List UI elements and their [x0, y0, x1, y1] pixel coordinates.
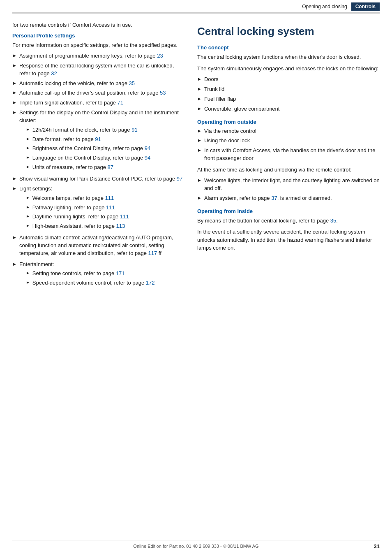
bullet-arrow: ► [12, 176, 17, 182]
list-item-text: Doors [204, 76, 380, 83]
nested-item-text: Date format, refer to page 91 [32, 136, 185, 144]
bullet-arrow: ► [12, 109, 17, 116]
nested-arrow: ► [26, 223, 30, 229]
page-link-71[interactable]: 71 [118, 100, 123, 106]
page-link-37[interactable]: 37 [271, 195, 277, 201]
nested-list-item: ► Pathway lighting, refer to page 111 [26, 204, 185, 212]
page-link-111b[interactable]: 111 [106, 204, 115, 211]
page-link-35[interactable]: 35 [129, 80, 135, 86]
nested-item-text: Brightness of the Control Display, refer… [32, 145, 185, 153]
operating-outside-heading: Operating from outside [197, 119, 380, 125]
list-item-entertainment: ► Entertainment: ► Setting tone controls… [12, 261, 185, 289]
nested-list-item: ► Date format, refer to page 91 [26, 136, 185, 144]
nested-list-item: ► Speed-dependent volume control, refer … [26, 279, 185, 287]
bullet-arrow: ► [12, 234, 17, 241]
operating-inside-para2: In the event of a sufficiently severe ac… [197, 228, 380, 252]
page-link-171[interactable]: 171 [116, 270, 125, 276]
page-link-91b[interactable]: 91 [95, 136, 101, 142]
list-item: ► Fuel filler flap [197, 95, 380, 103]
list-item: ► Automatic climate control: activating/… [12, 234, 185, 257]
bullet-arrow: ► [197, 76, 202, 83]
nested-list: ► 12h/24h format of the clock, refer to … [26, 126, 185, 171]
nested-arrow: ► [26, 270, 30, 276]
concept-heading: The concept [197, 44, 380, 51]
page-footer: Online Edition for Part no. 01 40 2 609 … [12, 540, 380, 549]
bullet-arrow: ► [12, 261, 17, 268]
nested-list-item: ► Setting tone controls, refer to page 1… [26, 270, 185, 278]
personal-profile-heading: Personal Profile settings [12, 32, 185, 39]
nested-list-item: ► Brightness of the Control Display, ref… [26, 145, 185, 153]
list-item-text: Assignment of programmable memory keys, … [19, 52, 185, 60]
operating-inside-heading: Operating from inside [197, 208, 380, 214]
list-item-text: Response of the central locking system w… [19, 62, 185, 78]
list-item-text: Triple turn signal activation, refer to … [19, 99, 185, 107]
nested-item-text: Daytime running lights, refer to page 11… [32, 213, 185, 221]
page-link-91a[interactable]: 91 [131, 127, 137, 133]
list-item-text: Welcome lights, the interior light, and … [204, 177, 380, 192]
nested-arrow: ► [26, 164, 30, 170]
nested-item-text: 12h/24h format of the clock, refer to pa… [32, 126, 185, 134]
page-link-113[interactable]: 113 [116, 223, 125, 229]
list-item: ► Light settings: ► Welcome lamps, refer… [12, 185, 185, 232]
list-item: ► Response of the central locking system… [12, 62, 185, 78]
concept-list: ► Doors ► Trunk lid ► Fuel filler flap ►… [197, 76, 380, 113]
list-item: ► Assignment of programmable memory keys… [12, 52, 185, 60]
nested-arrow: ► [26, 127, 30, 133]
page-link-87[interactable]: 87 [108, 164, 113, 170]
page-link-23[interactable]: 23 [157, 53, 163, 59]
concept-para1: The central locking system functions whe… [197, 53, 380, 61]
list-item: ► Automatic locking of the vehicle, refe… [12, 80, 185, 88]
page-link-35-inside[interactable]: 35 [330, 218, 336, 224]
bullet-arrow: ► [197, 177, 202, 184]
list-item: ► Convertible: glove compartment [197, 105, 380, 113]
page-link-111c[interactable]: 111 [120, 213, 129, 220]
page-link-172[interactable]: 172 [146, 280, 155, 286]
list-item: ► Using the door lock [197, 137, 380, 145]
bullet-arrow: ► [197, 195, 202, 202]
list-item-text: Trunk lid [204, 86, 380, 93]
nested-list-item: ► Language on the Control Display, refer… [26, 154, 185, 162]
bullet-arrow: ► [197, 128, 202, 134]
list-item: ► In cars with Comfort Access, via the h… [197, 147, 380, 162]
nested-list-item: ► High-beam Assistant, refer to page 113 [26, 222, 185, 230]
content-area: for two remote controls if Comfort Acces… [0, 14, 392, 317]
bullet-arrow: ► [12, 185, 17, 192]
nested-arrow: ► [26, 145, 30, 151]
page-link-53[interactable]: 53 [160, 90, 166, 96]
page-link-117[interactable]: 117 [148, 250, 157, 256]
nested-item-text: Pathway lighting, refer to page 111 [32, 204, 185, 212]
list-item: ► Trunk lid [197, 86, 380, 93]
bullet-arrow: ► [12, 63, 17, 69]
page-header: Opening and closing Controls [12, 0, 380, 13]
remote-control-list: ► Welcome lights, the interior light, an… [197, 177, 380, 202]
list-item-text: Automatic climate control: activating/de… [19, 234, 185, 257]
footer-page-number: 31 [374, 543, 380, 549]
nested-entertainment: ► Setting tone controls, refer to page 1… [26, 270, 185, 287]
page-link-94b[interactable]: 94 [145, 155, 150, 161]
page-link-97[interactable]: 97 [177, 176, 182, 182]
list-item-text: In cars with Comfort Access, via the han… [204, 147, 380, 162]
nested-item-text: Welcome lamps, refer to page 111 [32, 195, 185, 202]
list-item-text: Alarm system, refer to page 37, is armed… [204, 195, 380, 202]
nested-arrow: ► [26, 213, 30, 220]
page-link-94a[interactable]: 94 [145, 145, 150, 151]
list-item-text: Light settings: ► Welcome lamps, refer t… [19, 185, 185, 232]
bullet-arrow: ► [12, 53, 17, 59]
list-item-text: Convertible: glove compartment [204, 105, 380, 113]
list-item: ► Automatic call-up of the driver's seat… [12, 89, 185, 97]
header-nav-controls: Controls [351, 2, 380, 11]
list-item-text: Automatic locking of the vehicle, refer … [19, 80, 185, 88]
personal-profile-intro: For more information on specific setting… [12, 41, 185, 49]
nested-arrow: ► [26, 155, 30, 161]
nested-list-item: ► Units of measure, refer to page 87 [26, 164, 185, 171]
entertainment-list: ► Entertainment: ► Setting tone controls… [12, 261, 185, 289]
page-link-32[interactable]: 32 [51, 70, 57, 76]
nested-arrow: ► [26, 195, 30, 201]
list-item: ► Show visual warning for Park Distance … [12, 175, 185, 183]
page-link-111a[interactable]: 111 [105, 195, 114, 201]
intro-text: for two remote controls if Comfort Acces… [12, 21, 185, 29]
list-item-text: Settings for the display on the Control … [19, 109, 185, 173]
list-item-text: Via the remote control [204, 127, 380, 135]
operating-inside-para1: By means of the button for central locki… [197, 217, 380, 225]
nested-item-text: Language on the Control Display, refer t… [32, 154, 185, 162]
